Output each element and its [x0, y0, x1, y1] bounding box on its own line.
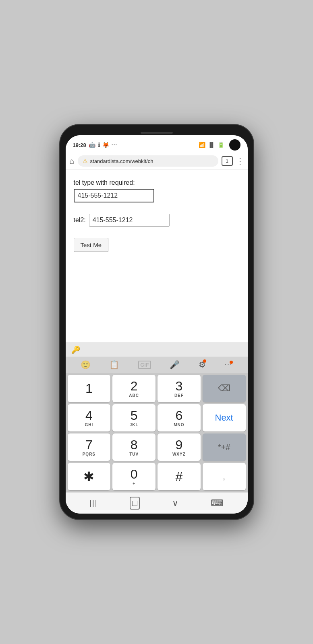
keyboard-toolbar: 🔑 [66, 343, 248, 357]
next-key[interactable]: Next [203, 404, 246, 431]
status-right: 📶 ▐▌ 🔋 [199, 139, 240, 151]
nav-keyboard-button[interactable]: ⌨ [211, 498, 224, 508]
keyboard-top-icons: 🙂 📋 GIF 🎤 ⚙ ··· [66, 357, 248, 373]
comma-label: , [223, 472, 225, 481]
key-comma[interactable]: , [203, 463, 246, 490]
test-me-button[interactable]: Test Me [74, 238, 109, 252]
nav-back-button[interactable]: ∨ [172, 498, 178, 508]
web-content: tel type with required: tel2: Test Me [66, 169, 248, 343]
url-text: standardista.com/webkit/ch [90, 158, 214, 164]
key-4[interactable]: 4 GHI [68, 404, 111, 431]
backspace-icon: ⌫ [218, 383, 230, 394]
key-2[interactable]: 2 ABC [112, 375, 155, 402]
browser-bar: ⌂ ⚠ standardista.com/webkit/ch 1 ⋮ [66, 153, 248, 169]
keyboard-grid: 1 2 ABC 3 DEF ⌫ 4 GHI 5 JKL [66, 373, 248, 492]
key-6[interactable]: 6 MNO [158, 404, 201, 431]
emoji-icon[interactable]: 🙂 [81, 360, 91, 369]
tel-form-group-2: tel2: [74, 214, 240, 227]
time-display: 19:28 [73, 142, 86, 148]
key-9[interactable]: 9 WXYZ [158, 433, 201, 461]
home-button[interactable]: ⌂ [70, 157, 75, 166]
browser-menu-button[interactable]: ⋮ [236, 156, 244, 166]
key-5[interactable]: 5 JKL [112, 404, 155, 431]
tel1-label: tel type with required: [74, 179, 240, 186]
android-icon: 🤖 [89, 142, 95, 148]
key-7[interactable]: 7 PQRS [68, 433, 111, 461]
key-hash[interactable]: # [158, 463, 201, 490]
nav-home-button[interactable]: □ [130, 497, 140, 510]
gif-icon[interactable]: GIF [138, 361, 151, 369]
key-star[interactable]: ✱ [68, 463, 111, 490]
settings-icon-wrapper[interactable]: ⚙ [199, 360, 206, 369]
key-1[interactable]: 1 [68, 375, 111, 402]
backspace-key[interactable]: ⌫ [203, 375, 246, 402]
tel2-input[interactable] [89, 214, 170, 227]
camera-dot [229, 139, 240, 151]
ellipsis: ··· [112, 142, 118, 148]
test-form-group: Test Me [74, 238, 240, 252]
warning-icon: ⚠ [83, 158, 88, 164]
special-symbols-label: *+# [218, 443, 230, 452]
key-special-symbols[interactable]: *+# [203, 433, 246, 461]
wifi-icon: 📶 [199, 142, 205, 148]
sticker-icon[interactable]: 📋 [109, 360, 119, 369]
key-icon: 🔑 [71, 345, 80, 354]
tab-count-button[interactable]: 1 [222, 156, 233, 166]
signal-icon: ▐▌ [208, 142, 215, 148]
nav-menu-button[interactable]: ||| [89, 499, 97, 508]
info-icon: ℹ [98, 142, 100, 148]
status-bar: 19:28 🤖 ℹ 🦊 ··· 📶 ▐▌ 🔋 [66, 135, 248, 153]
more-icon-wrapper[interactable]: ··· [225, 361, 232, 368]
key-3[interactable]: 3 DEF [158, 375, 201, 402]
key-8[interactable]: 8 TUV [112, 433, 155, 461]
next-label: Next [215, 413, 233, 423]
tel-form-group-1: tel type with required: [74, 179, 240, 202]
key-0[interactable]: 0 + [112, 463, 155, 490]
microphone-icon[interactable]: 🎤 [170, 360, 180, 369]
url-bar[interactable]: ⚠ standardista.com/webkit/ch [78, 155, 218, 167]
tel1-input[interactable] [74, 189, 154, 202]
nav-bar: ||| □ ∨ ⌨ [66, 492, 248, 514]
tel2-label: tel2: [74, 217, 86, 224]
firefox-icon: 🦊 [102, 142, 109, 148]
battery-icon: 🔋 [218, 142, 224, 148]
